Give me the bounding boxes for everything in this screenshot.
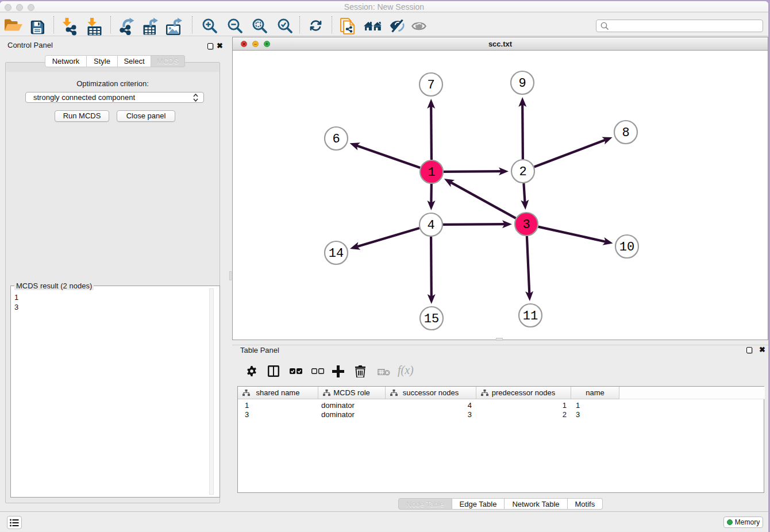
svg-text:9: 9 [518,76,526,91]
svg-text:2: 2 [519,165,526,179]
svg-text:14: 14 [329,246,344,261]
svg-text:8: 8 [622,126,629,140]
svg-text:1: 1 [428,165,435,180]
svg-text:15: 15 [424,312,439,326]
svg-text:7: 7 [427,78,434,92]
svg-text:4: 4 [427,218,434,233]
svg-text:3: 3 [522,218,530,232]
svg-text:10: 10 [619,240,634,255]
svg-text:11: 11 [523,309,538,323]
svg-text:6: 6 [332,132,340,147]
